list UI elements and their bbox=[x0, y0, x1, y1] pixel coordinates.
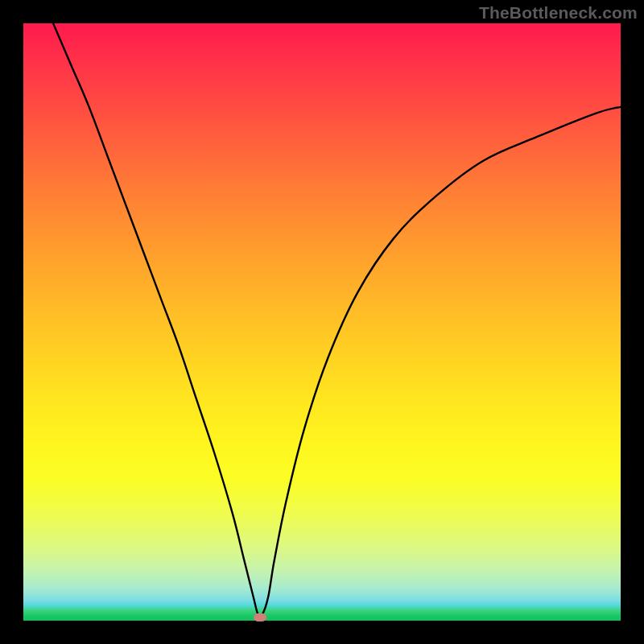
bottleneck-curve bbox=[23, 23, 621, 621]
watermark-text: TheBottleneck.com bbox=[479, 3, 638, 23]
optimal-point-marker bbox=[254, 613, 266, 621]
chart-frame bbox=[23, 23, 621, 621]
